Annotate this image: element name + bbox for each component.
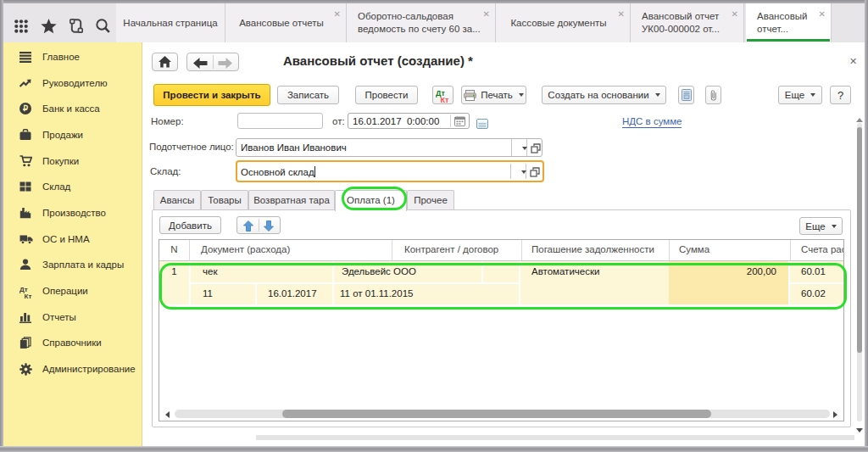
svg-text:Кт: Кт [25,293,32,299]
svg-text:₽: ₽ [23,103,28,113]
svg-text:Кт: Кт [440,95,448,103]
